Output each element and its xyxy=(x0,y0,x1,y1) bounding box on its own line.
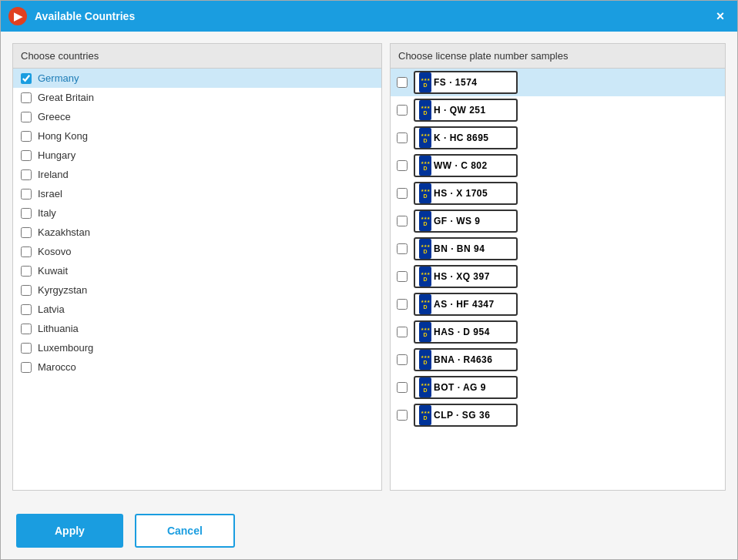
plate-checkbox-p5[interactable] xyxy=(397,188,408,199)
plate-checkbox-p9[interactable] xyxy=(397,299,408,310)
dialog: ▶ Available Countries × Choose countries… xyxy=(0,0,738,560)
plate-checkbox-p11[interactable] xyxy=(397,354,408,365)
country-label-greece: Greece xyxy=(38,111,71,122)
plates-list: ★★★DFS · 1574★★★DH · QW 251★★★DK · HC 86… xyxy=(391,69,725,490)
country-label-italy: Italy xyxy=(38,207,56,219)
country-label-great-britain: Great Britain xyxy=(38,92,94,103)
country-item-ireland[interactable]: Ireland xyxy=(13,165,381,184)
country-checkbox-kuwait[interactable] xyxy=(21,266,32,277)
country-label-hungary: Hungary xyxy=(38,149,75,161)
plate-item-p2[interactable]: ★★★DH · QW 251 xyxy=(391,96,725,124)
country-label-latvia: Latvia xyxy=(38,303,65,315)
country-checkbox-hungary[interactable] xyxy=(21,150,32,161)
plate-visual-p5: ★★★DHS · X 1705 xyxy=(414,182,518,205)
plate-checkbox-p4[interactable] xyxy=(397,160,408,171)
country-item-italy[interactable]: Italy xyxy=(13,203,381,223)
country-item-greece[interactable]: Greece xyxy=(13,107,381,126)
plate-text-p2: H · QW 251 xyxy=(434,105,486,116)
plate-text-p9: AS · HF 4347 xyxy=(434,299,495,310)
plate-visual-p1: ★★★DFS · 1574 xyxy=(414,71,518,94)
plate-checkbox-p3[interactable] xyxy=(397,132,408,143)
country-item-marocco[interactable]: Marocco xyxy=(13,357,381,377)
country-item-kuwait[interactable]: Kuwait xyxy=(13,261,381,280)
country-item-hong-kong[interactable]: Hong Kong xyxy=(13,126,381,146)
country-checkbox-lithuania[interactable] xyxy=(21,324,32,334)
close-button[interactable]: × xyxy=(711,7,730,25)
country-item-kosovo[interactable]: Kosovo xyxy=(13,242,381,261)
country-label-ireland: Ireland xyxy=(38,169,69,180)
country-checkbox-marocco[interactable] xyxy=(21,362,32,373)
cancel-button[interactable]: Cancel xyxy=(135,514,235,548)
plate-text-p4: WW · C 802 xyxy=(434,160,488,171)
country-checkbox-kosovo[interactable] xyxy=(21,246,32,257)
country-checkbox-hong-kong[interactable] xyxy=(21,131,32,142)
plate-text-p8: HS · XQ 397 xyxy=(434,271,490,282)
country-item-latvia[interactable]: Latvia xyxy=(13,300,381,319)
plate-item-p9[interactable]: ★★★DAS · HF 4347 xyxy=(391,290,725,318)
country-checkbox-luxembourg[interactable] xyxy=(21,343,32,354)
plate-checkbox-p13[interactable] xyxy=(397,410,408,421)
plate-checkbox-p8[interactable] xyxy=(397,271,408,282)
plate-item-p12[interactable]: ★★★DBOT · AG 9 xyxy=(391,374,725,401)
app-icon: ▶ xyxy=(8,7,27,25)
plate-item-p7[interactable]: ★★★DBN · BN 94 xyxy=(391,235,725,263)
plate-item-p10[interactable]: ★★★DHAS · D 954 xyxy=(391,318,725,346)
plate-text-p10: HAS · D 954 xyxy=(434,327,490,337)
country-label-kuwait: Kuwait xyxy=(38,265,68,277)
country-label-kazakhstan: Kazakhstan xyxy=(38,226,90,238)
countries-panel: Choose countries GermanyGreat BritainGre… xyxy=(12,43,382,491)
plate-item-p11[interactable]: ★★★DBNA · R4636 xyxy=(391,346,725,374)
plate-text-p5: HS · X 1705 xyxy=(434,188,488,199)
plate-checkbox-p2[interactable] xyxy=(397,105,408,116)
country-item-kyrgyzstan[interactable]: Kyrgyzstan xyxy=(13,280,381,300)
plate-text-p11: BNA · R4636 xyxy=(434,354,492,365)
plate-checkbox-p10[interactable] xyxy=(397,327,408,337)
country-label-lithuania: Lithuania xyxy=(38,323,79,334)
plates-header: Choose license plate number samples xyxy=(391,44,725,69)
plate-text-p13: CLP · SG 36 xyxy=(434,410,490,421)
plate-visual-p3: ★★★DK · HC 8695 xyxy=(414,126,518,149)
plate-visual-p12: ★★★DBOT · AG 9 xyxy=(414,376,518,399)
plate-checkbox-p6[interactable] xyxy=(397,216,408,226)
footer: Apply Cancel xyxy=(1,502,737,559)
country-item-israel[interactable]: Israel xyxy=(13,184,381,203)
plate-checkbox-p12[interactable] xyxy=(397,382,408,393)
apply-button[interactable]: Apply xyxy=(16,514,123,548)
title-bar: ▶ Available Countries × xyxy=(1,1,737,32)
country-checkbox-kyrgyzstan[interactable] xyxy=(21,285,32,296)
plates-panel: Choose license plate number samples ★★★D… xyxy=(390,43,726,491)
plate-item-p5[interactable]: ★★★DHS · X 1705 xyxy=(391,179,725,207)
country-checkbox-greece[interactable] xyxy=(21,112,32,122)
country-checkbox-germany[interactable] xyxy=(21,73,32,84)
plate-visual-p4: ★★★DWW · C 802 xyxy=(414,154,518,177)
country-item-luxembourg[interactable]: Luxembourg xyxy=(13,338,381,357)
country-label-hong-kong: Hong Kong xyxy=(38,130,88,142)
country-checkbox-ireland[interactable] xyxy=(21,169,32,180)
plate-item-p3[interactable]: ★★★DK · HC 8695 xyxy=(391,124,725,152)
plate-item-p13[interactable]: ★★★DCLP · SG 36 xyxy=(391,401,725,429)
plate-checkbox-p1[interactable] xyxy=(397,77,408,88)
plate-visual-p8: ★★★DHS · XQ 397 xyxy=(414,265,518,288)
country-item-kazakhstan[interactable]: Kazakhstan xyxy=(13,223,381,242)
country-item-hungary[interactable]: Hungary xyxy=(13,146,381,165)
plate-item-p4[interactable]: ★★★DWW · C 802 xyxy=(391,152,725,179)
country-item-lithuania[interactable]: Lithuania xyxy=(13,319,381,338)
country-item-great-britain[interactable]: Great Britain xyxy=(13,88,381,107)
country-item-germany[interactable]: Germany xyxy=(13,69,381,88)
plate-item-p1[interactable]: ★★★DFS · 1574 xyxy=(391,69,725,96)
plate-item-p8[interactable]: ★★★DHS · XQ 397 xyxy=(391,263,725,290)
plate-item-p6[interactable]: ★★★DGF · WS 9 xyxy=(391,207,725,235)
country-checkbox-great-britain[interactable] xyxy=(21,92,32,103)
countries-header: Choose countries xyxy=(13,44,381,69)
country-checkbox-kazakhstan[interactable] xyxy=(21,227,32,238)
plate-visual-p2: ★★★DH · QW 251 xyxy=(414,99,518,122)
plate-visual-p7: ★★★DBN · BN 94 xyxy=(414,237,518,260)
country-label-kyrgyzstan: Kyrgyzstan xyxy=(38,284,87,296)
plate-checkbox-p7[interactable] xyxy=(397,243,408,254)
country-checkbox-israel[interactable] xyxy=(21,189,32,200)
plate-text-p6: GF · WS 9 xyxy=(434,216,481,226)
country-checkbox-italy[interactable] xyxy=(21,208,32,219)
dialog-title: Available Countries xyxy=(35,10,711,22)
country-checkbox-latvia[interactable] xyxy=(21,304,32,315)
plate-visual-p9: ★★★DAS · HF 4347 xyxy=(414,293,518,316)
